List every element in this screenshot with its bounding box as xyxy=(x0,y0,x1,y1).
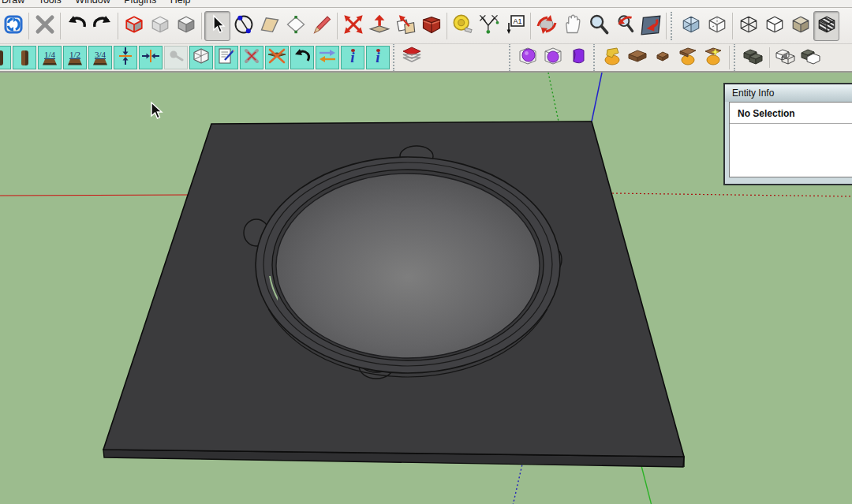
partial-box-icon xyxy=(799,46,821,69)
orbit-icon xyxy=(535,13,559,39)
board-icon xyxy=(68,59,82,65)
select-tool-button[interactable] xyxy=(204,11,230,41)
outline-boxes-button[interactable] xyxy=(773,46,797,69)
three-quarter-board-button[interactable]: 3/4 xyxy=(88,46,112,69)
scrap-button[interactable] xyxy=(32,11,58,41)
dough-button[interactable] xyxy=(600,46,624,69)
menu-plugins[interactable]: Plugins xyxy=(124,0,156,6)
move-tool-button[interactable] xyxy=(340,11,366,41)
menu-draw[interactable]: Draw xyxy=(2,0,24,6)
stacked-boxes-button[interactable] xyxy=(741,46,764,69)
half-board-button[interactable]: 1/2 xyxy=(63,46,87,69)
tape-measure-button[interactable] xyxy=(450,11,476,41)
sphere-open-box-button[interactable] xyxy=(541,46,565,69)
menu-help[interactable]: Help xyxy=(170,0,191,6)
sphere-in-box-icon xyxy=(517,45,539,70)
dimensions-icon xyxy=(478,13,500,39)
layers-button[interactable] xyxy=(400,46,424,69)
sphere-open-box-icon xyxy=(542,45,564,70)
menu-window[interactable]: Window xyxy=(75,0,110,6)
red-box-button[interactable] xyxy=(121,11,147,41)
board-piece-icon xyxy=(626,47,648,69)
entity-info-panel[interactable]: Entity Info No Selection xyxy=(723,83,852,185)
shaded-icon xyxy=(790,14,811,38)
board-clipped-button[interactable] xyxy=(0,46,11,69)
dimensions-button[interactable] xyxy=(476,11,502,41)
board-piece-button[interactable] xyxy=(626,46,649,69)
text-tool-button[interactable]: A1 xyxy=(502,11,528,41)
swap-arrows-button[interactable] xyxy=(316,46,339,69)
text-tool-label: A1 xyxy=(513,17,521,25)
board-button[interactable] xyxy=(13,46,36,69)
dome[interactable] xyxy=(276,174,540,358)
info-a-button[interactable]: i xyxy=(341,46,364,69)
shaded-box-button[interactable] xyxy=(173,11,199,41)
center-vertical-button[interactable] xyxy=(114,46,137,69)
hidden-line-button[interactable] xyxy=(761,11,787,41)
redo-button[interactable] xyxy=(89,11,115,41)
viewport-3d[interactable]: Entity Info No Selection xyxy=(0,73,852,504)
rotated-rectangle-button[interactable] xyxy=(282,11,308,41)
offset-tool-button[interactable] xyxy=(392,11,418,41)
dough-board-lit-button[interactable] xyxy=(701,46,725,69)
purple-wedge-button[interactable] xyxy=(566,46,590,69)
follow-me-button[interactable] xyxy=(418,11,444,41)
zoom-button[interactable] xyxy=(585,11,611,41)
previous-view-button[interactable] xyxy=(637,11,663,41)
plugin-toolbar: 1/4 1/2 3/4 i i xyxy=(0,44,852,73)
sphere-in-box-button[interactable] xyxy=(516,46,540,69)
board-icon xyxy=(43,59,57,65)
pencil-tool-button[interactable] xyxy=(308,11,334,41)
rectangle-tool-button[interactable] xyxy=(256,11,282,41)
entity-info-title[interactable]: Entity Info xyxy=(725,84,852,102)
board-icon xyxy=(0,50,3,65)
refresh-button[interactable] xyxy=(0,11,26,41)
back-edges-button[interactable] xyxy=(704,11,730,41)
shaded-textures-button[interactable] xyxy=(813,11,839,41)
dough-icon xyxy=(601,45,623,70)
menu-bar: Draw Tools Window Plugins Help xyxy=(0,0,852,8)
menu-tools[interactable]: Tools xyxy=(39,0,62,6)
push-pull-button[interactable] xyxy=(366,11,392,41)
small-piece-button[interactable] xyxy=(651,46,674,69)
gray-box-icon xyxy=(150,14,170,38)
center-horizontal-button[interactable] xyxy=(139,46,163,69)
orbit-button[interactable] xyxy=(533,11,559,41)
entity-info-status: No Selection xyxy=(730,103,852,123)
white-box-button[interactable] xyxy=(189,46,213,69)
zoom-icon xyxy=(588,13,610,39)
center-horizontal-icon xyxy=(141,47,160,68)
circle-tool-button[interactable] xyxy=(230,11,256,41)
half-label: 1/2 xyxy=(69,50,80,58)
remove-board-button[interactable] xyxy=(265,46,289,69)
wireframe-button[interactable] xyxy=(735,11,761,41)
shaded-button[interactable] xyxy=(787,11,813,41)
outline-boxes-icon xyxy=(774,46,796,69)
dough-board-button[interactable] xyxy=(676,46,700,69)
undo-button[interactable] xyxy=(63,11,89,41)
red-box-icon xyxy=(124,14,144,38)
pan-hand-icon xyxy=(562,13,584,39)
edit-sheet-icon xyxy=(217,47,236,69)
info-icon: i xyxy=(376,50,379,65)
zoom-extents-button[interactable] xyxy=(611,11,637,41)
board-icon xyxy=(93,59,107,65)
edit-sheet-button[interactable] xyxy=(215,46,238,69)
quarter-label: 1/4 xyxy=(44,50,55,58)
hidden-line-icon xyxy=(764,14,785,38)
delete-tool-button[interactable] xyxy=(240,46,263,69)
entity-info-separator xyxy=(730,123,852,124)
info-icon: i xyxy=(350,50,354,65)
mouse-cursor xyxy=(151,103,162,118)
quarter-board-button[interactable]: 1/4 xyxy=(38,46,62,69)
pin-icon xyxy=(167,47,185,68)
gray-box-button[interactable] xyxy=(147,11,173,41)
shaded-textures-icon xyxy=(816,14,837,38)
x-ray-button[interactable] xyxy=(678,11,704,41)
redo-icon xyxy=(92,14,114,38)
undo-curl-button[interactable] xyxy=(290,46,314,69)
pan-button[interactable] xyxy=(559,11,585,41)
info-b-button[interactable]: i xyxy=(366,46,390,69)
partial-box-button[interactable] xyxy=(798,46,822,69)
move-tool-icon xyxy=(342,13,364,39)
